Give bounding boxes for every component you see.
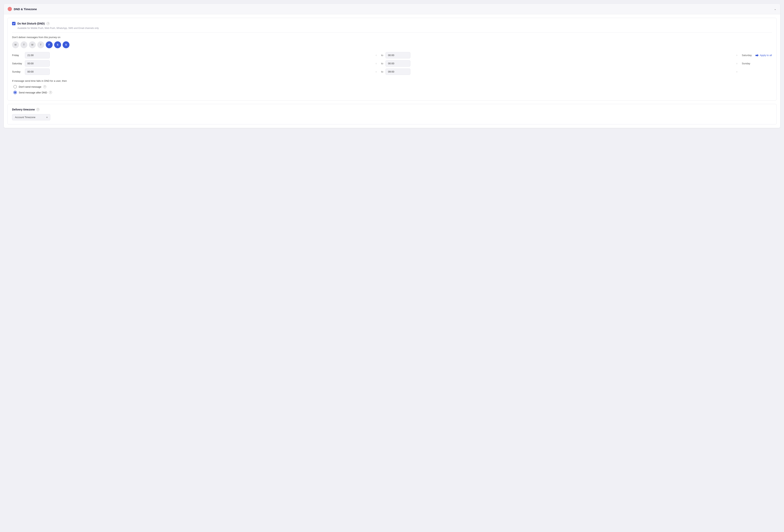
dnd-checkbox[interactable] bbox=[12, 22, 16, 25]
saturday-label: Saturday bbox=[12, 62, 23, 65]
apply-to-all-label: Apply to all bbox=[760, 54, 772, 57]
dnd-subtitle: Available for Mobile Push, Web Push, Wha… bbox=[18, 27, 772, 29]
dnd-checkbox-row: Do Not Disturb (DND) ? bbox=[12, 22, 772, 25]
send-after-row: Send message after DND ? bbox=[12, 91, 772, 94]
day-tuesday[interactable]: T bbox=[21, 41, 27, 48]
timezone-title: Delivery timezone bbox=[12, 108, 35, 111]
friday-start-wrapper: ○ bbox=[25, 52, 379, 58]
day-friday[interactable]: F bbox=[46, 41, 53, 48]
day-saturday[interactable]: S bbox=[54, 41, 61, 48]
friday-end-input[interactable] bbox=[386, 52, 410, 58]
apply-to-all-icon bbox=[755, 54, 759, 57]
saturday-start-input[interactable] bbox=[25, 60, 50, 66]
send-after-radio[interactable] bbox=[13, 91, 17, 94]
svg-marker-1 bbox=[757, 54, 759, 57]
page-title: DND & Timezone bbox=[14, 7, 37, 11]
dont-send-label: Don't send message bbox=[19, 85, 41, 88]
section-divider bbox=[12, 32, 772, 33]
sunday-start-wrapper: ○ bbox=[25, 68, 379, 75]
timezone-select[interactable]: Account Timezone User's Local Timezone C… bbox=[12, 114, 50, 120]
send-after-help-icon[interactable]: ? bbox=[49, 91, 52, 94]
friday-start-input[interactable] bbox=[25, 52, 50, 58]
card-header-left: DND & Timezone bbox=[8, 7, 37, 11]
saturday-next-day-label: Sunday bbox=[742, 62, 753, 65]
day-monday[interactable]: M bbox=[12, 41, 19, 48]
friday-to-label: to bbox=[381, 54, 383, 57]
day-sunday[interactable]: S bbox=[63, 41, 69, 48]
saturday-end-input[interactable] bbox=[386, 60, 410, 66]
saturday-end-clock-icon: ○ bbox=[736, 62, 738, 65]
dont-send-help-icon[interactable]: ? bbox=[43, 85, 46, 88]
card-header: DND & Timezone ⌄ bbox=[4, 4, 780, 15]
sunday-end-clock-icon: ○ bbox=[736, 70, 738, 73]
chevron-down-icon[interactable]: ⌄ bbox=[774, 7, 776, 10]
dont-send-radio[interactable] bbox=[13, 85, 17, 88]
timezone-header: Delivery timezone ? bbox=[12, 108, 772, 111]
dnd-help-icon[interactable]: ? bbox=[47, 22, 50, 25]
send-after-radio-inner bbox=[14, 91, 16, 93]
send-after-label: Send message after DND bbox=[19, 91, 47, 94]
timezone-section: Delivery timezone ? Account Timezone Use… bbox=[7, 104, 777, 124]
timezone-select-wrapper: Account Timezone User's Local Timezone C… bbox=[12, 114, 50, 120]
day-circles: M T W T F S S bbox=[12, 41, 772, 48]
dont-send-row: Don't send message ? bbox=[12, 85, 772, 88]
header-salmon-icon bbox=[8, 7, 12, 11]
apply-to-all-button[interactable]: Apply to all bbox=[755, 54, 772, 57]
saturday-start-clock-icon: ○ bbox=[375, 62, 377, 65]
friday-start-clock-icon: ○ bbox=[375, 54, 377, 57]
sunday-start-input[interactable] bbox=[25, 68, 50, 75]
day-thursday[interactable]: T bbox=[37, 41, 44, 48]
saturday-to-label: to bbox=[381, 62, 383, 65]
friday-next-day-label: Saturday bbox=[742, 54, 753, 57]
sunday-label: Sunday bbox=[12, 70, 23, 73]
timezone-help-icon[interactable]: ? bbox=[36, 108, 39, 111]
main-card: DND & Timezone ⌄ Do Not Disturb (DND) ? … bbox=[4, 4, 780, 128]
dnd-section: Do Not Disturb (DND) ? Available for Mob… bbox=[7, 18, 777, 101]
sunday-end-wrapper: ○ bbox=[386, 68, 739, 75]
fallback-label: If message send time falls in DND for a … bbox=[12, 80, 772, 82]
sunday-end-input[interactable] bbox=[386, 68, 410, 75]
friday-end-wrapper: ○ bbox=[386, 52, 739, 58]
dnd-label: Do Not Disturb (DND) bbox=[18, 22, 45, 25]
sunday-start-clock-icon: ○ bbox=[375, 70, 377, 73]
saturday-end-wrapper: ○ bbox=[386, 60, 739, 66]
sunday-to-label: to bbox=[381, 70, 383, 73]
saturday-start-wrapper: ○ bbox=[25, 60, 379, 66]
time-rows: Friday ○ to ○ Saturday Apply to all Satu… bbox=[12, 52, 772, 75]
deliver-label: Don't deliver messages from this journey… bbox=[12, 36, 772, 39]
friday-label: Friday bbox=[12, 54, 23, 57]
day-wednesday[interactable]: W bbox=[29, 41, 36, 48]
svg-rect-0 bbox=[755, 55, 757, 56]
friday-end-clock-icon: ○ bbox=[736, 54, 738, 57]
